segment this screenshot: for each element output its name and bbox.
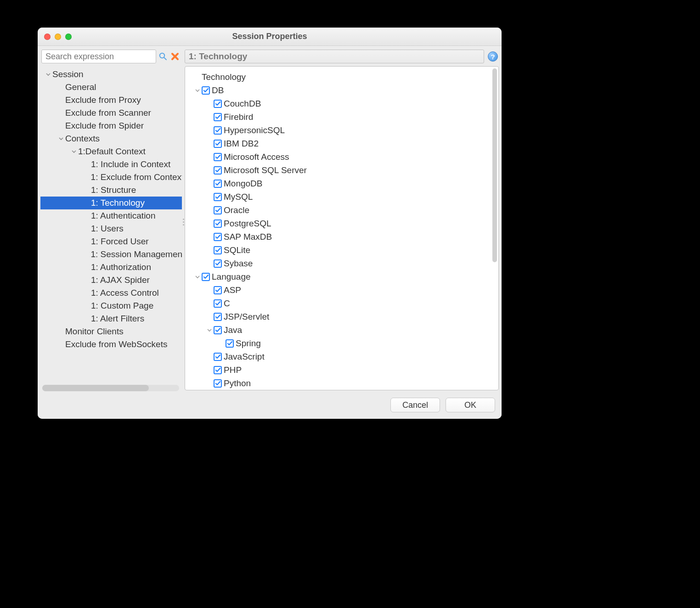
nav-tree-label: 1: Authorization [91,261,151,274]
technology-item[interactable]: MongoDB [193,177,496,190]
checkbox[interactable] [214,100,222,108]
technology-item[interactable]: JSP/Servlet [193,310,496,323]
clear-icon[interactable] [170,51,180,62]
technology-item[interactable]: Java [193,323,496,337]
sidebar: SessionGeneralExclude from ProxyExclude … [40,49,182,395]
horizontal-scrollbar[interactable] [42,385,179,391]
nav-tree-item[interactable]: 1: Structure [40,184,182,197]
chevron-down-icon[interactable] [44,72,52,77]
chevron-down-icon[interactable] [70,149,78,154]
nav-tree-item[interactable]: Exclude from WebSockets [40,338,182,351]
nav-tree-label: 1: Exclude from Context [91,171,182,184]
technology-item[interactable]: DB [193,84,496,97]
checkbox[interactable] [214,140,222,148]
nav-tree-item[interactable]: 1: Exclude from Context [40,171,182,184]
nav-tree-item[interactable]: 1: Authorization [40,261,182,274]
checkbox[interactable] [214,113,222,121]
technology-item[interactable]: SAP MaxDB [193,230,496,243]
technology-item[interactable]: MySQL [193,190,496,203]
technology-item[interactable]: Firebird [193,110,496,124]
checkbox[interactable] [214,246,222,254]
technology-item[interactable]: CouchDB [193,97,496,110]
detail-header: 1: Technology [185,50,484,63]
horizontal-scrollbar-thumb[interactable] [42,385,149,391]
technology-item[interactable]: C [193,297,496,310]
technology-item[interactable]: Python [193,377,496,390]
technology-label: JSP/Servlet [224,310,269,323]
checkbox[interactable] [226,339,234,348]
nav-tree-item[interactable]: 1: AJAX Spider [40,274,182,287]
technology-item[interactable]: Microsoft Access [193,150,496,163]
technology-item[interactable]: PostgreSQL [193,217,496,230]
checkbox[interactable] [214,353,222,361]
checkbox[interactable] [214,166,222,175]
technology-root-label: Technology [202,71,246,84]
nav-tree[interactable]: SessionGeneralExclude from ProxyExclude … [40,66,182,382]
nav-tree-item[interactable]: 1: Include in Context [40,158,182,171]
nav-tree-item[interactable]: General [40,81,182,94]
checkbox[interactable] [214,193,222,201]
nav-tree-item[interactable]: Exclude from Proxy [40,94,182,107]
zoom-window-button[interactable] [65,34,72,40]
technology-item[interactable]: Spring [193,337,496,350]
technology-label: IBM DB2 [224,137,259,150]
technology-item[interactable]: Language [193,270,496,283]
technology-item[interactable]: Microsoft SQL Server [193,163,496,177]
nav-tree-item[interactable]: Exclude from Spider [40,119,182,132]
checkbox[interactable] [202,86,210,95]
technology-item[interactable]: JavaScript [193,350,496,363]
technology-tree[interactable]: TechnologyDBCouchDBFirebirdHypersonicSQL… [185,67,498,390]
nav-tree-item[interactable]: 1: Access Control [40,287,182,299]
nav-tree-item[interactable]: 1: Session Management [40,248,182,261]
chevron-down-icon[interactable] [193,274,202,280]
checkbox[interactable] [202,273,210,281]
nav-tree-label: 1: Session Management [90,248,182,261]
technology-item[interactable]: HypersonicSQL [193,124,496,137]
nav-tree-item[interactable]: 1: Forced User [40,235,182,248]
checkbox[interactable] [214,326,222,334]
nav-tree-item[interactable]: 1:Default Context [40,145,182,158]
checkbox[interactable] [214,299,222,308]
technology-item[interactable]: Sybase [193,257,496,270]
checkbox[interactable] [214,206,222,214]
help-icon[interactable]: ? [488,51,498,62]
nav-tree-item[interactable]: 1: Technology [40,197,182,209]
checkbox[interactable] [214,180,222,188]
technology-item[interactable]: PHP [193,363,496,377]
chevron-down-icon[interactable] [205,327,214,333]
nav-tree-item[interactable]: Exclude from Scanner [40,107,182,119]
chevron-down-icon[interactable] [57,136,65,141]
technology-label: Oracle [224,204,249,217]
search-input[interactable] [41,50,156,63]
content-area: SessionGeneralExclude from ProxyExclude … [38,46,502,395]
checkbox[interactable] [214,286,222,294]
chevron-down-icon[interactable] [193,88,202,93]
checkbox[interactable] [214,366,222,374]
cancel-button[interactable]: Cancel [390,398,440,412]
checkbox[interactable] [214,220,222,228]
close-window-button[interactable] [44,34,51,40]
nav-tree-item[interactable]: 1: Alert Filters [40,312,182,325]
search-icon[interactable] [158,51,168,62]
ok-button[interactable]: OK [446,398,495,412]
checkbox[interactable] [214,233,222,241]
nav-tree-item[interactable]: Monitor Clients [40,325,182,338]
checkbox[interactable] [214,379,222,388]
nav-tree-item[interactable]: 1: Users [40,222,182,235]
vertical-scrollbar[interactable] [492,68,497,262]
minimize-window-button[interactable] [55,34,61,40]
technology-item[interactable]: ASP [193,283,496,297]
technology-item[interactable]: IBM DB2 [193,137,496,150]
technology-label: JavaScript [224,350,265,363]
nav-tree-item[interactable]: 1: Custom Page [40,299,182,312]
checkbox[interactable] [214,153,222,161]
technology-item[interactable]: Oracle [193,203,496,217]
nav-tree-label: Exclude from WebSockets [65,338,167,351]
nav-tree-item[interactable]: Contexts [40,132,182,145]
checkbox[interactable] [214,259,222,268]
checkbox[interactable] [214,126,222,135]
technology-item[interactable]: SQLite [193,243,496,257]
checkbox[interactable] [214,313,222,321]
nav-tree-item[interactable]: 1: Authentication [40,209,182,222]
nav-tree-item[interactable]: Session [40,68,182,81]
